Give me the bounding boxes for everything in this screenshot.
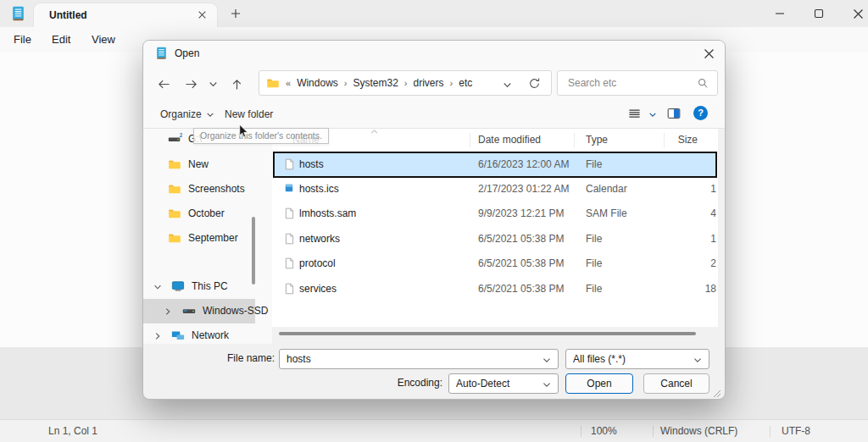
breadcrumb-separator: › (344, 78, 348, 88)
search-input[interactable] (557, 70, 718, 96)
cancel-button[interactable]: Cancel (643, 373, 709, 394)
breadcrumb-segment-system32[interactable]: System32 (353, 77, 398, 89)
chevron-down-icon[interactable] (153, 283, 162, 291)
file-icon (283, 232, 296, 246)
file-name: services (299, 283, 337, 295)
sidebar-item-label: New (188, 158, 209, 170)
search-icon[interactable] (697, 77, 709, 89)
refresh-icon[interactable] (528, 77, 541, 90)
back-button[interactable] (152, 75, 175, 93)
encoding-dropdown[interactable]: Auto-Detect (448, 373, 559, 394)
encoding-status[interactable]: UTF-8 (782, 425, 810, 437)
file-row-services[interactable]: services6/5/2021 05:38 PMFile18 (274, 277, 716, 301)
file-date: 6/5/2021 05:38 PM (478, 283, 564, 295)
mouse-cursor (238, 124, 248, 139)
file-row-protocol[interactable]: protocol6/5/2021 05:38 PMFile2 (274, 251, 716, 276)
help-icon[interactable] (693, 106, 708, 120)
sidebar-item-label: Screenshots (188, 183, 245, 195)
file-row-lmhosts-sam[interactable]: lmhosts.sam9/9/2023 12:21 PMSAM File4 (274, 202, 716, 226)
close-window-button[interactable] (838, 0, 868, 27)
sidebar-item-screenshots[interactable]: Screenshots (143, 177, 255, 202)
sidebar-item-new[interactable]: New (143, 152, 255, 177)
breadcrumb-segment-drivers[interactable]: drivers (414, 77, 444, 89)
chevron-right-icon[interactable] (153, 332, 162, 340)
encoding-value: Auto-Detect (456, 378, 509, 390)
up-button[interactable] (225, 75, 248, 93)
preview-pane-icon[interactable] (667, 107, 681, 120)
breadcrumb-segment-windows[interactable]: Windows (297, 77, 338, 89)
file-name: lmhosts.sam (299, 207, 356, 219)
menu-file[interactable]: File (8, 33, 36, 46)
column-header-size[interactable]: Size (647, 134, 698, 146)
column-header-date-modified[interactable]: Date modified (478, 134, 541, 146)
chevron-right-icon[interactable] (164, 307, 172, 316)
sidebar-item-label: October (188, 207, 225, 219)
sidebar-item-this-pc[interactable]: This PC (143, 274, 255, 299)
file-date: 2/17/2023 01:22 AM (478, 183, 569, 195)
resize-grip[interactable] (713, 390, 721, 398)
tab-untitled[interactable]: Untitled (34, 3, 217, 27)
file-row-hosts[interactable]: hosts6/16/2023 12:00 AMFile (274, 152, 716, 177)
maximize-button[interactable] (799, 0, 838, 27)
tab-close-icon[interactable] (198, 10, 207, 19)
sidebar-item-network[interactable]: Network (143, 323, 255, 348)
column-header-type[interactable]: Type (586, 134, 608, 146)
folder-icon (168, 231, 181, 245)
file-type: File (586, 257, 602, 269)
file-name: protocol (299, 257, 336, 269)
sidebar-item-windows-ssd[interactable]: Windows-SSD (143, 299, 255, 323)
breadcrumb-segment-etc[interactable]: etc (459, 77, 472, 89)
status-divider (653, 426, 654, 437)
breadcrumb-overflow-chevron[interactable]: « (286, 78, 291, 88)
sidebar-item-label: This PC (192, 280, 228, 292)
chevron-down-icon[interactable] (542, 357, 551, 363)
file-date: 9/9/2023 12:21 PM (478, 207, 564, 219)
list-view-icon[interactable] (628, 108, 641, 120)
breadcrumb: «Windows›System32›drivers›etc (286, 77, 472, 89)
notepad-app-icon (12, 6, 25, 22)
menu-edit[interactable]: Edit (47, 33, 75, 46)
open-button[interactable]: Open (565, 373, 633, 394)
dialog-close-button[interactable] (696, 42, 721, 64)
sidebar-scrollbar[interactable] (252, 217, 255, 285)
file-row-networks[interactable]: networks6/5/2021 05:38 PMFile1 (274, 227, 716, 251)
menu-view[interactable]: View (86, 33, 120, 46)
chevron-down-icon (542, 382, 551, 388)
organize-button[interactable]: Organize (160, 108, 214, 120)
address-dropdown-chevron[interactable] (503, 80, 512, 90)
dialog-title: Open (175, 47, 199, 59)
new-folder-button[interactable]: New folder (225, 108, 273, 120)
forward-button[interactable] (179, 75, 203, 93)
address-bar[interactable]: «Windows›System32›drivers›etc (259, 70, 552, 96)
status-divider (581, 426, 581, 437)
line-ending-status[interactable]: Windows (CRLF) (660, 425, 737, 437)
file-type: File (586, 283, 602, 295)
header-divider (470, 133, 470, 147)
status-bar: Ln 1, Col 1 100% Windows (CRLF) UTF-8 (0, 419, 868, 442)
recent-locations-chevron[interactable] (204, 75, 221, 93)
folder-icon (168, 207, 181, 220)
open-file-dialog: Open «Windows›System32›drivers›etc Orga (142, 40, 726, 400)
file-date: 6/16/2023 12:00 AM (478, 158, 569, 170)
file-row-hosts-ics[interactable]: hosts.ics2/17/2023 01:22 AMCalendar1 (274, 177, 716, 202)
file-name-combobox (279, 349, 559, 369)
sidebar-item-september[interactable]: September (143, 226, 255, 251)
sidebar-item-label: Windows-SSD (203, 305, 268, 317)
file-name: hosts.ics (299, 183, 339, 195)
organize-label: Organize (160, 108, 202, 120)
new-tab-button[interactable] (231, 8, 241, 19)
view-options-caret-icon[interactable] (649, 113, 656, 117)
zoom-level-status[interactable]: 100% (591, 425, 617, 437)
file-name: hosts (299, 158, 324, 170)
new-folder-label: New folder (225, 108, 273, 120)
sidebar-item-label: September (188, 232, 238, 244)
horizontal-scrollbar[interactable] (279, 332, 696, 335)
breadcrumb-separator: › (404, 78, 408, 88)
file-icon (283, 157, 296, 171)
minimize-button[interactable] (760, 0, 799, 27)
chevron-down-icon (693, 357, 702, 363)
sidebar-item-october[interactable]: October (143, 202, 255, 226)
file-name: networks (299, 233, 340, 245)
file-type-dropdown[interactable]: All files (*.*) (565, 349, 709, 369)
file-name-input[interactable] (280, 350, 558, 368)
